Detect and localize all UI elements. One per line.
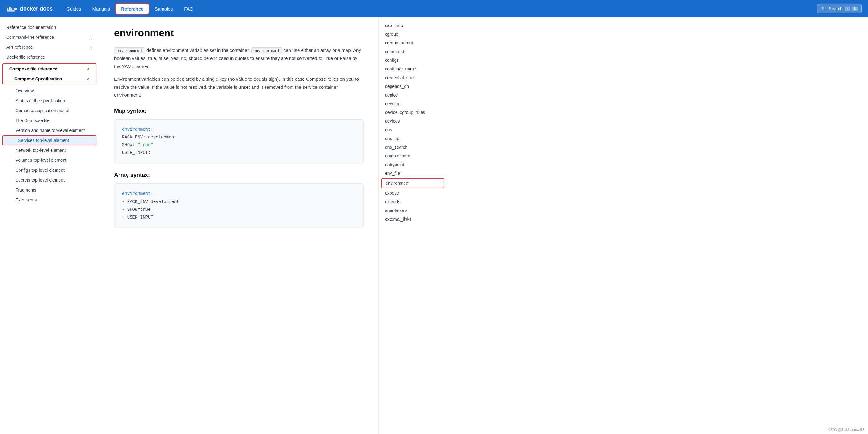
paragraph-intro: environment defines environment variable… (114, 46, 364, 70)
sidebar-item-volumes[interactable]: Volumes top-level element (0, 155, 99, 165)
right-item-cap-drop[interactable]: cap_drop (379, 21, 447, 30)
right-item-domainname[interactable]: domainname (379, 151, 447, 160)
right-item-develop[interactable]: develop (379, 99, 447, 108)
sidebar-item-compose-file-ref[interactable]: Compose file reference ∧ (3, 64, 96, 74)
sidebar-item-compose-spec[interactable]: Compose Specification ∧ (3, 74, 96, 84)
sidebar-item-overview[interactable]: Overview (0, 86, 99, 96)
right-item-configs[interactable]: configs (379, 56, 447, 64)
sidebar-item-compose-file[interactable]: The Compose file (0, 115, 99, 125)
code-arr-line-4: - USER_INPUT (122, 213, 356, 221)
left-sidebar: Reference documentation Command-line ref… (0, 18, 99, 434)
sidebar-item-secrets[interactable]: Secrets top-level element (0, 175, 99, 185)
svg-point-4 (14, 8, 17, 10)
right-item-credential-spec[interactable]: credential_spec (379, 73, 447, 82)
sidebar-item-version-name[interactable]: Version and name top-level element (0, 125, 99, 135)
right-item-external-links[interactable]: external_links (379, 215, 447, 224)
code-arr-line-2: - RACK_ENV=development (122, 198, 356, 206)
search-button[interactable]: 🔍 Search ⌘ K (817, 4, 862, 13)
nav-samples[interactable]: Samples (150, 4, 178, 14)
code-block-map: environment: RACK_ENV: development SHOW:… (114, 119, 364, 164)
right-item-device-cgroup-rules[interactable]: device_cgroup_rules (379, 108, 447, 117)
search-kbd1: ⌘ (845, 6, 850, 11)
array-syntax-heading: Array syntax: (114, 172, 364, 178)
code-line-1: environment: (122, 126, 356, 134)
right-item-entrypoint[interactable]: entrypoint (379, 160, 447, 169)
right-item-extends[interactable]: extends (379, 198, 447, 206)
svg-rect-1 (9, 7, 10, 10)
right-item-container-name[interactable]: container_name (379, 64, 447, 73)
top-navigation: docker docs Guides Manuals Reference Sam… (0, 0, 868, 18)
sidebar-item-network[interactable]: Network top-level element (0, 145, 99, 155)
nav-links: Guides Manuals Reference Samples FAQ (61, 4, 814, 14)
main-content: environment environment defines environm… (99, 18, 378, 434)
paragraph-2: Environment variables can be declared by… (114, 75, 364, 99)
right-item-dns-search[interactable]: dns_search (379, 143, 447, 151)
right-item-depends-on[interactable]: depends_on (379, 82, 447, 91)
right-item-env-file[interactable]: env_file (379, 169, 447, 178)
sidebar-item-services[interactable]: Services top-level element (2, 135, 96, 145)
nav-reference[interactable]: Reference (116, 4, 149, 14)
right-item-cgroup-parent[interactable]: cgroup_parent (379, 38, 447, 47)
right-item-expose[interactable]: expose (379, 189, 447, 198)
chevron-up-icon: ∧ (87, 67, 90, 71)
sidebar-item-configs[interactable]: Configs top-level element (0, 165, 99, 175)
sidebar-item-commandline[interactable]: Command-line reference ∨ (0, 32, 99, 42)
sidebar-item-status[interactable]: Status of the specification (0, 96, 99, 106)
paragraph-intro-mid: defines environment variables set in the… (147, 48, 251, 53)
code-environment-1: environment (114, 48, 145, 54)
logo[interactable]: docker docs (6, 4, 53, 13)
right-item-dns[interactable]: dns (379, 125, 447, 134)
search-label: Search (829, 6, 842, 11)
right-item-cgroup[interactable]: cgroup (379, 30, 447, 38)
chevron-up-icon: ∧ (87, 77, 90, 81)
search-kbd2: K (852, 6, 858, 11)
code-line-4: USER_INPUT: (122, 149, 356, 157)
nav-manuals[interactable]: Manuals (88, 4, 115, 14)
code-arr-line-3: - SHOW=true (122, 206, 356, 213)
right-item-annotations[interactable]: annotations (379, 206, 447, 215)
watermark: CSDN @JackSparrow413 (828, 428, 864, 432)
right-item-deploy[interactable]: deploy (379, 91, 447, 99)
code-line-3: SHOW: "true" (122, 141, 356, 149)
sidebar-item-dockerfile[interactable]: Dockerfile reference (0, 52, 99, 62)
chevron-down-icon: ∨ (90, 45, 93, 49)
sidebar-item-extensions[interactable]: Extensions (0, 195, 99, 205)
map-syntax-heading: Map syntax: (114, 108, 364, 114)
chevron-down-icon: ∨ (90, 35, 93, 39)
sidebar-item-reference-docs[interactable]: Reference documentation (0, 22, 99, 32)
logo-text: docker docs (20, 6, 53, 12)
svg-rect-3 (7, 10, 15, 11)
search-icon: 🔍 (821, 6, 826, 11)
code-environment-2: environment (251, 48, 282, 54)
sidebar-item-api[interactable]: API reference ∨ (0, 42, 99, 52)
page-layout: Reference documentation Command-line ref… (0, 18, 868, 434)
svg-rect-0 (7, 8, 8, 10)
svg-point-5 (16, 8, 16, 9)
nav-faq[interactable]: FAQ (179, 4, 198, 14)
sidebar-item-app-model[interactable]: Compose application model (0, 106, 99, 115)
code-arr-line-1: environment: (122, 190, 356, 198)
compose-file-ref-box: Compose file reference ∧ Compose Specifi… (2, 63, 96, 84)
svg-rect-2 (11, 8, 12, 10)
right-item-devices[interactable]: devices (379, 117, 447, 125)
right-item-environment[interactable]: environment (381, 178, 444, 188)
right-sidebar: cap_drop cgroup cgroup_parent command co… (378, 18, 447, 434)
code-line-2: RACK_ENV: development (122, 134, 356, 141)
nav-guides[interactable]: Guides (61, 4, 86, 14)
right-item-command[interactable]: command (379, 47, 447, 56)
page-title: environment (114, 27, 364, 39)
code-block-array: environment: - RACK_ENV=development - SH… (114, 183, 364, 228)
sidebar-item-fragments[interactable]: Fragments (0, 185, 99, 195)
right-item-dns-opt[interactable]: dns_opt (379, 134, 447, 143)
